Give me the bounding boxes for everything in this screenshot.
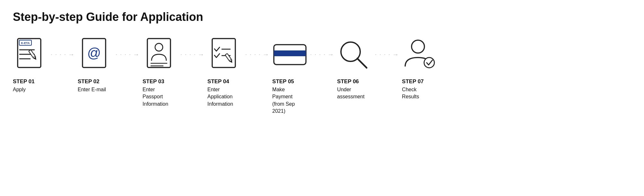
- keta-document-icon: K-ETA: [13, 37, 48, 72]
- email-icon: @: [78, 37, 113, 72]
- svg-text:@: @: [87, 45, 101, 60]
- arrow-4: · · · ·: [243, 51, 272, 58]
- arrow-1: · · · ·: [48, 51, 78, 58]
- step-01-label: STEP 01: [13, 78, 35, 85]
- step-06-desc: Under assessment: [337, 86, 364, 101]
- payment-card-icon: [272, 37, 308, 72]
- step-07: STEP 07 Check Results: [402, 37, 466, 101]
- svg-line-24: [357, 58, 367, 68]
- step-01-desc: Apply: [13, 86, 26, 93]
- step-03-desc: Enter Passport Information: [143, 86, 168, 108]
- checklist-edit-icon: [207, 37, 243, 72]
- user-check-icon: [402, 37, 437, 72]
- step-02: @ · · · · STEP 02 Enter E-mail: [78, 37, 143, 93]
- step-05: · · · · STEP 05 Make Payment (from Sep 2…: [272, 37, 337, 115]
- step-04: · · · · STEP 04 Enter Application Inform…: [207, 37, 272, 108]
- step-02-label: STEP 02: [78, 78, 100, 85]
- step-04-desc: Enter Application Information: [207, 86, 233, 108]
- step-01: K-ETA · · · · STEP 01 Apply: [13, 37, 78, 93]
- svg-rect-15: [212, 39, 235, 67]
- svg-rect-22: [274, 50, 306, 56]
- step-05-desc: Make Payment (from Sep 2021): [272, 86, 295, 115]
- step-07-desc: Check Results: [402, 86, 419, 101]
- page-title: Step-by-step Guide for Application: [13, 10, 631, 24]
- arrow-3: · · · ·: [178, 51, 207, 58]
- search-icon: [337, 37, 372, 72]
- step-02-desc: Enter E-mail: [78, 86, 106, 93]
- svg-text:K-ETA: K-ETA: [21, 41, 30, 45]
- passport-icon: [143, 37, 178, 72]
- step-07-label: STEP 07: [402, 78, 424, 85]
- svg-point-25: [412, 40, 424, 53]
- arrow-5: · · · ·: [308, 51, 337, 58]
- step-06: · · · · STEP 06 Under assessment: [337, 37, 402, 101]
- arrow-6: · · · ·: [372, 51, 402, 58]
- step-06-label: STEP 06: [337, 78, 359, 85]
- step-05-label: STEP 05: [272, 78, 294, 85]
- svg-point-26: [424, 58, 434, 68]
- steps-container: K-ETA · · · · STEP 01 Apply: [13, 37, 631, 115]
- arrow-2: · · · ·: [113, 51, 143, 58]
- step-03-label: STEP 03: [143, 78, 164, 85]
- step-04-label: STEP 04: [207, 78, 229, 85]
- step-03: · · · · STEP 03 Enter Passport Informati…: [143, 37, 207, 108]
